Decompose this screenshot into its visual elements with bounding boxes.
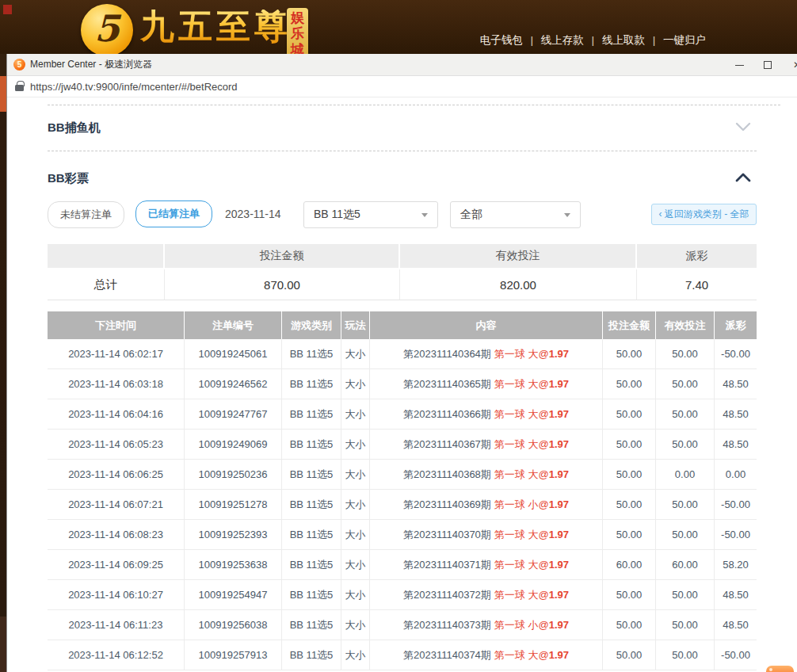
cell-bet-id: 100919251278 [185,490,282,519]
banner-nav: 电子钱包 | 线上存款 | 线上取款 | 一键归户 [480,33,706,48]
cell-period: 第202311140366期 [403,407,491,422]
cell-valid-amount: 50.00 [656,610,715,640]
col-header-id: 注单编号 [185,311,282,339]
cell-time: 2023-11-14 06:07:21 [48,490,185,519]
cell-odds: 1.97 [549,348,569,360]
cell-content: 第202311140366期第一球 大@1.97 [370,399,603,429]
cell-period: 第202311140373期 [403,618,491,632]
minimize-button[interactable] [727,54,751,76]
cell-valid-amount: 50.00 [656,580,715,609]
cell-odds: 1.97 [549,559,569,571]
game-select-value: BB 11选5 [314,208,360,222]
cell-bet-id: 100919245061 [185,339,282,368]
table-row: 2023-11-14 06:10:27 100919254947 BB 11选5… [48,580,757,610]
nav-withdraw-link[interactable]: 线上取款 [602,33,645,48]
table-row: 2023-11-14 06:06:25 100919250236 BB 11选5… [48,460,757,490]
window-title: Member Center - 极速浏览器 [30,58,152,71]
summary-header-valid: 有效投注 [400,244,637,268]
cell-time: 2023-11-14 06:09:25 [48,550,185,579]
cell-content: 第202311140367期第一球 大@1.97 [370,430,603,459]
cell-valid-amount: 50.00 [656,399,715,429]
collapse-toggle-fishing[interactable] [735,121,751,136]
col-header-payout: 派彩 [715,311,757,339]
cell-play: 大小 [341,610,370,640]
cell-play: 大小 [341,460,370,489]
summary-header-payout: 派彩 [637,244,757,268]
cell-game: BB 11选5 [282,399,341,429]
cell-bet-amount: 50.00 [603,369,656,399]
cell-odds: 1.97 [549,438,569,450]
type-select[interactable]: 全部 [450,201,581,228]
cell-period: 第202311140364期 [403,347,491,361]
corner-red-square [3,5,12,14]
table-row: 2023-11-14 06:09:25 100919253638 BB 11选5… [48,550,757,580]
nav-ewallet-link[interactable]: 电子钱包 [480,33,523,48]
nav-separator: | [531,35,533,46]
col-header-bet: 投注金额 [603,311,656,339]
nav-onekey-link[interactable]: 一键归户 [663,33,706,48]
screen: 5 九五至尊 娱乐城 电子钱包 | 线上存款 | 线上取款 | 一键归户 5 M… [0,0,797,672]
floating-service-widget[interactable] [766,666,794,672]
col-header-play: 玩法 [341,311,370,339]
date-picker[interactable]: 2023-11-14 [225,208,281,220]
summary-header-empty [48,244,165,268]
collapse-toggle-lottery[interactable] [735,172,751,186]
cell-content: 第202311140372期第一球 大@1.97 [370,580,603,609]
bet-table-body: 2023-11-14 06:02:17 100919245061 BB 11选5… [48,339,757,670]
table-row: 2023-11-14 06:08:23 100919252393 BB 11选5… [48,520,757,550]
nav-deposit-link[interactable]: 线上存款 [541,33,584,48]
cell-game: BB 11选5 [282,520,341,549]
table-row: 2023-11-14 06:07:21 100919251278 BB 11选5… [48,490,757,520]
cell-time: 2023-11-14 06:03:18 [48,369,185,399]
chevron-down-icon [735,121,751,132]
cell-period: 第202311140369期 [403,498,491,512]
bet-table-header: 下注时间 注单编号 游戏类别 玩法 内容 投注金额 有效投注 派彩 [48,311,757,339]
nav-separator: | [653,35,655,46]
cell-period: 第202311140368期 [403,468,491,482]
table-row: 2023-11-14 06:05:23 100919249069 BB 11选5… [48,430,757,460]
cell-bet-amount: 50.00 [603,610,656,640]
cell-pick: 第一球 大@ [494,528,549,542]
col-header-content: 内容 [370,311,603,339]
cell-bet-id: 100919246562 [185,369,282,399]
cell-pick: 第一球 大@ [494,407,549,422]
game-select[interactable]: BB 11选5 [303,201,438,228]
cell-content: 第202311140364期第一球 大@1.97 [370,339,603,368]
address-bar[interactable]: https://jw40.tv:9900/infe/mcenter/#/betR… [7,76,797,97]
table-row: 2023-11-14 06:03:18 100919246562 BB 11选5… [48,369,757,399]
cell-play: 大小 [341,430,370,459]
cell-time: 2023-11-14 06:10:27 [48,580,185,609]
cell-pick: 第一球 大@ [494,648,549,662]
tab-unsettled-bets[interactable]: 未结算注单 [48,201,124,228]
cell-pick: 第一球 大@ [494,468,549,482]
close-button[interactable]: ✕ [785,54,797,76]
cell-bet-amount: 50.00 [603,640,656,670]
back-to-category-button[interactable]: ‹ 返回游戏类别 - 全部 [651,204,757,225]
url-text[interactable]: https://jw40.tv:9900/infe/mcenter/#/betR… [30,81,238,93]
window-titlebar[interactable]: 5 Member Center - 极速浏览器 ✕ [7,54,797,76]
cell-payout: -50.00 [715,640,757,670]
tab-settled-bets[interactable]: 已结算注单 [135,200,212,227]
background-page-strip [0,54,6,672]
cell-content: 第202311140369期第一球 小@1.97 [370,490,603,519]
cell-valid-amount: 50.00 [656,430,715,459]
cell-game: BB 11选5 [282,430,341,459]
cell-odds: 1.97 [549,619,569,631]
cell-payout: 48.50 [715,610,757,640]
caret-down-icon [421,213,428,217]
cell-odds: 1.97 [549,408,569,420]
cell-content: 第202311140371期第一球 大@1.97 [370,550,603,579]
cell-pick: 第一球 大@ [494,377,549,391]
summary-header-bet: 投注金额 [165,244,400,268]
cell-game: BB 11选5 [282,550,341,579]
cell-payout: 48.50 [715,580,757,609]
cell-time: 2023-11-14 06:06:25 [48,460,185,489]
cell-bet-id: 100919256038 [185,610,282,640]
cell-play: 大小 [341,640,370,670]
lock-icon [15,85,24,91]
section-title-lottery: BB彩票 [48,171,89,186]
maximize-button[interactable] [756,54,780,76]
cell-play: 大小 [341,520,370,549]
cell-payout: -50.00 [715,520,757,549]
cell-period: 第202311140371期 [403,558,491,572]
